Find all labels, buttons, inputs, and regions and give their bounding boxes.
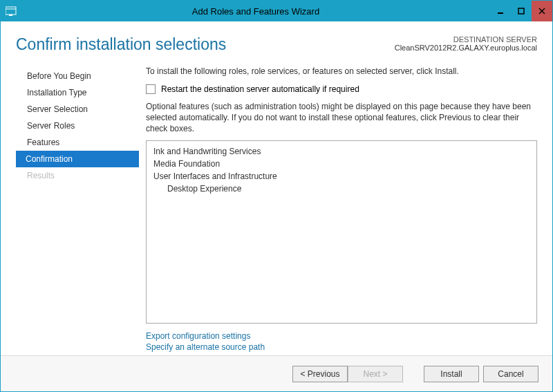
step-confirmation[interactable]: Confirmation bbox=[16, 151, 139, 167]
body: Before You Begin Installation Type Serve… bbox=[16, 66, 537, 355]
step-installation-type[interactable]: Installation Type bbox=[16, 84, 139, 101]
alt-source-link[interactable]: Specify an alternate source path bbox=[146, 342, 537, 353]
destination-info: DESTINATION SERVER CleanSRV2012R2.GALAXY… bbox=[395, 35, 537, 52]
feature-item: User Interfaces and Infrastructure bbox=[153, 170, 529, 183]
export-config-link[interactable]: Export configuration settings bbox=[146, 330, 537, 342]
wizard-footer: < Previous Next > Install Cancel bbox=[1, 355, 552, 391]
window-controls bbox=[490, 1, 552, 21]
page-title: Confirm installation selections bbox=[16, 35, 226, 54]
optional-features-note: Optional features (such as administratio… bbox=[146, 101, 537, 135]
cancel-button[interactable]: Cancel bbox=[483, 366, 538, 382]
app-icon bbox=[1, 1, 21, 21]
restart-checkbox[interactable] bbox=[146, 84, 156, 94]
previous-button[interactable]: < Previous bbox=[292, 366, 348, 382]
install-button[interactable]: Install bbox=[424, 366, 479, 382]
maximize-button[interactable] bbox=[511, 1, 532, 21]
titlebar: Add Roles and Features Wizard bbox=[1, 1, 552, 21]
next-button: Next > bbox=[348, 366, 403, 382]
destination-label: DESTINATION SERVER bbox=[395, 35, 537, 44]
close-button[interactable] bbox=[532, 1, 552, 21]
links-section: Export configuration settings Specify an… bbox=[146, 330, 537, 353]
restart-checkbox-label: Restart the destination server automatic… bbox=[161, 84, 359, 94]
step-before-you-begin[interactable]: Before You Begin bbox=[16, 68, 139, 84]
feature-subitem: Desktop Experience bbox=[153, 183, 529, 195]
step-server-selection[interactable]: Server Selection bbox=[16, 101, 139, 118]
restart-checkbox-row[interactable]: Restart the destination server automatic… bbox=[146, 84, 537, 94]
feature-item: Media Foundation bbox=[153, 158, 529, 170]
step-server-roles[interactable]: Server Roles bbox=[16, 118, 139, 134]
main-panel: To install the following roles, role ser… bbox=[139, 66, 537, 355]
svg-rect-4 bbox=[518, 8, 524, 14]
step-features[interactable]: Features bbox=[16, 134, 139, 151]
wizard-steps-sidebar: Before You Begin Installation Type Serve… bbox=[16, 66, 139, 355]
content-area: Confirm installation selections DESTINAT… bbox=[1, 21, 552, 355]
svg-rect-0 bbox=[6, 7, 16, 15]
svg-rect-2 bbox=[9, 15, 12, 16]
page-header: Confirm installation selections DESTINAT… bbox=[16, 35, 537, 54]
minimize-button[interactable] bbox=[490, 1, 511, 21]
wizard-window: Add Roles and Features Wizard Confirm in… bbox=[0, 0, 553, 392]
destination-server: CleanSRV2012R2.GALAXY.europlus.local bbox=[395, 44, 537, 52]
step-results: Results bbox=[16, 167, 139, 184]
window-title: Add Roles and Features Wizard bbox=[21, 1, 490, 21]
selected-features-listbox[interactable]: Ink and Handwriting Services Media Found… bbox=[146, 140, 537, 324]
feature-item: Ink and Handwriting Services bbox=[153, 145, 529, 158]
description-text: To install the following roles, role ser… bbox=[146, 66, 537, 76]
